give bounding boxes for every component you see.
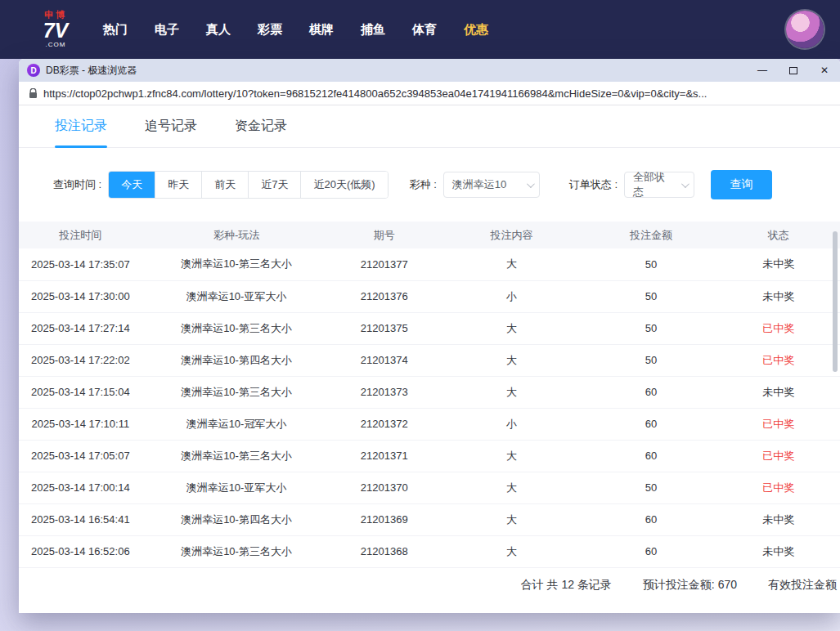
table-row: 2025-03-14 16:54:41 澳洲幸运10-第四名大小 2120136… [19, 503, 840, 535]
address-bar: https://ctop02pchwp1.zfnc84.com/lottery/… [19, 82, 840, 105]
cell-bet-time: 2025-03-14 17:30:00 [19, 280, 142, 312]
cell-bet-time: 2025-03-14 17:10:11 [19, 408, 142, 440]
cell-issue: 21201370 [331, 472, 438, 503]
tab-chase-records[interactable]: 追号记录 [145, 118, 197, 147]
site-logo[interactable]: 申博 7V .COM [33, 11, 79, 48]
cell-status: 未中奖 [716, 535, 840, 567]
cell-issue: 21201373 [331, 376, 438, 408]
bet-records-table: 投注时间 彩种-玩法 期号 投注内容 投注金额 状态 2025-03-14 17… [19, 222, 840, 568]
nav-item-fishing[interactable]: 捕鱼 [361, 22, 385, 38]
chevron-down-icon [681, 180, 690, 188]
col-header-game-play: 彩种-玩法 [142, 222, 331, 248]
minimize-button[interactable]: — [747, 59, 778, 82]
order-status-select[interactable]: 全部状态 [624, 172, 694, 198]
cell-bet-amount: 60 [586, 535, 717, 567]
scrollbar-thumb[interactable] [833, 231, 838, 372]
maximize-button[interactable] [778, 59, 809, 82]
site-favicon-icon: D [27, 64, 40, 77]
lottery-select[interactable]: 澳洲幸运10 [443, 172, 540, 198]
nav-item-sports[interactable]: 体育 [412, 22, 437, 38]
cell-status: 已中奖 [716, 408, 840, 440]
nav-item-hot[interactable]: 热门 [103, 22, 128, 38]
table-row: 2025-03-14 17:27:14 澳洲幸运10-第三名大小 2120137… [19, 312, 840, 344]
window-controls: — ✕ [747, 59, 840, 82]
cell-game-play: 澳洲幸运10-亚军大小 [142, 280, 331, 312]
table-row: 2025-03-14 17:30:00 澳洲幸运10-亚军大小 21201376… [19, 280, 840, 312]
time-option-yesterday[interactable]: 昨天 [155, 172, 201, 198]
nav-item-chess[interactable]: 棋牌 [309, 22, 334, 38]
cell-issue: 21201371 [331, 440, 438, 472]
cell-game-play: 澳洲幸运10-第四名大小 [142, 503, 331, 535]
time-option-today[interactable]: 今天 [109, 172, 155, 198]
cell-bet-content: 大 [438, 535, 586, 567]
cell-bet-time: 2025-03-14 17:22:02 [19, 344, 142, 376]
bet-table-body: 2025-03-14 17:35:07 澳洲幸运10-第三名大小 2120137… [19, 248, 840, 567]
lottery-filter-label: 彩种 : [410, 177, 437, 192]
time-option-last-7-days[interactable]: 近7天 [248, 172, 300, 198]
cell-bet-time: 2025-03-14 17:05:07 [19, 440, 142, 472]
table-row: 2025-03-14 17:10:11 澳洲幸运10-冠军大小 21201372… [19, 408, 840, 440]
nav-item-slots[interactable]: 电子 [155, 22, 179, 38]
cell-bet-content: 大 [438, 376, 586, 408]
nav-menu: 热门 电子 真人 彩票 棋牌 捕鱼 体育 优惠 [103, 22, 488, 38]
lottery-page-content: 投注记录 追号记录 资金记录 查询时间 : 今天 昨天 前天 近7天 近20天(… [19, 105, 840, 612]
cell-bet-time: 2025-03-14 16:52:06 [19, 535, 142, 567]
lock-icon [29, 88, 38, 99]
nav-item-live[interactable]: 真人 [206, 22, 231, 38]
cell-status: 未中奖 [716, 280, 840, 312]
browser-window: D DB彩票 - 极速浏览器 — ✕ https://ctop02pchwp1.… [19, 59, 840, 613]
cell-game-play: 澳洲幸运10-第三名大小 [142, 440, 331, 472]
lottery-select-value: 澳洲幸运10 [452, 177, 506, 192]
time-filter-label: 查询时间 : [53, 177, 101, 192]
logo-suffix-text: .COM [33, 42, 79, 48]
col-header-status: 状态 [716, 222, 840, 248]
cell-issue: 21201375 [331, 312, 438, 344]
cell-bet-content: 大 [438, 440, 586, 472]
cell-bet-time: 2025-03-14 17:00:14 [19, 472, 142, 503]
cell-status: 已中奖 [716, 312, 840, 344]
time-option-last-20-days[interactable]: 近20天(低频) [300, 172, 387, 198]
order-status-label: 订单状态 : [569, 177, 618, 192]
cell-status: 未中奖 [716, 248, 840, 280]
cell-bet-time: 2025-03-14 16:54:41 [19, 503, 142, 535]
cell-game-play: 澳洲幸运10-第三名大小 [142, 376, 331, 408]
url-field[interactable]: https://ctop02pchwp1.zfnc84.com/lottery/… [43, 87, 707, 100]
col-header-bet-amount: 投注金额 [586, 222, 717, 248]
cell-bet-time: 2025-03-14 17:15:04 [19, 376, 142, 408]
close-button[interactable]: ✕ [809, 59, 840, 82]
cell-status: 未中奖 [716, 376, 840, 408]
tab-bet-records[interactable]: 投注记录 [55, 118, 107, 147]
site-nav: 申博 7V .COM 热门 电子 真人 彩票 棋牌 捕鱼 体育 优惠 [0, 0, 840, 59]
cell-issue: 21201369 [331, 503, 438, 535]
cell-bet-amount: 50 [586, 280, 717, 312]
table-footer: 合计 共 12 条记录 预计投注金额: 670 有效投注金额 [19, 568, 840, 602]
order-status-value: 全部状态 [633, 170, 675, 199]
cell-status: 未中奖 [716, 503, 840, 535]
cell-bet-amount: 50 [586, 472, 717, 503]
cell-bet-content: 大 [438, 312, 586, 344]
nav-item-promo[interactable]: 优惠 [464, 22, 488, 38]
query-button[interactable]: 查询 [711, 170, 772, 199]
footer-valid-amount: 有效投注金额 [768, 578, 837, 593]
time-option-day-before[interactable]: 前天 [201, 172, 248, 198]
cell-bet-amount: 60 [586, 376, 717, 408]
table-header: 投注时间 彩种-玩法 期号 投注内容 投注金额 状态 [19, 222, 840, 248]
user-avatar[interactable] [786, 11, 824, 48]
tab-fund-records[interactable]: 资金记录 [235, 118, 287, 147]
cell-bet-amount: 60 [586, 408, 717, 440]
col-header-issue: 期号 [331, 222, 438, 248]
table-row: 2025-03-14 16:52:06 澳洲幸运10-第三名大小 2120136… [19, 535, 840, 567]
cell-bet-amount: 50 [586, 344, 717, 376]
record-tabs: 投注记录 追号记录 资金记录 [19, 105, 840, 148]
table-row: 2025-03-14 17:35:07 澳洲幸运10-第三名大小 2120137… [19, 248, 840, 280]
cell-issue: 21201372 [331, 408, 438, 440]
cell-bet-content: 小 [438, 408, 586, 440]
cell-status: 已中奖 [716, 472, 840, 503]
nav-item-lottery[interactable]: 彩票 [258, 22, 282, 38]
cell-bet-content: 小 [438, 280, 586, 312]
cell-bet-amount: 60 [586, 440, 717, 472]
chevron-down-icon [527, 180, 535, 188]
cell-bet-content: 大 [438, 248, 586, 280]
cell-bet-amount: 60 [586, 503, 717, 535]
table-row: 2025-03-14 17:15:04 澳洲幸运10-第三名大小 2120137… [19, 376, 840, 408]
